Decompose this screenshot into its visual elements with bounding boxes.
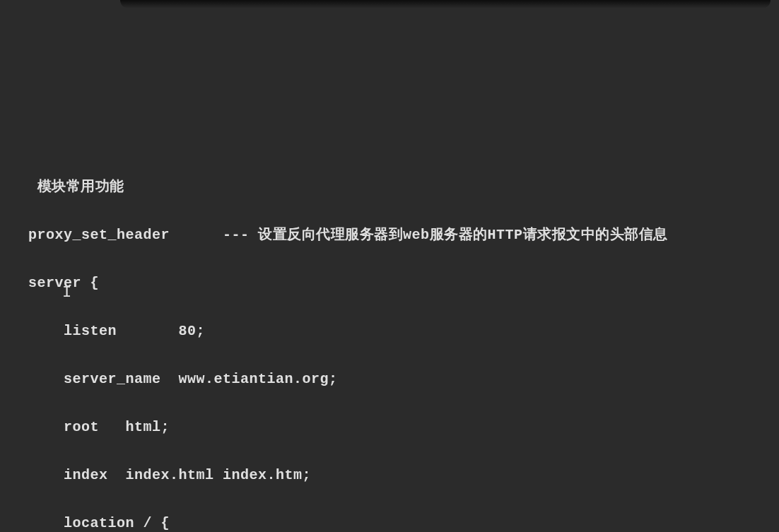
terminal-editor-area[interactable]: 模块常用功能 proxy_set_header --- 设置反向代理服务器到we… bbox=[0, 151, 779, 532]
code-line-server1-index: index index.html index.htm; bbox=[28, 463, 779, 487]
code-line-server1-open: server { bbox=[28, 271, 779, 295]
window-top-shadow bbox=[120, 0, 771, 8]
code-line-server1-server-name: server_name www.etiantian.org; bbox=[28, 367, 779, 391]
code-line-title: 模块常用功能 bbox=[28, 175, 779, 199]
code-line-server1-listen: listen 80; bbox=[28, 319, 779, 343]
code-line-directive-comment: proxy_set_header --- 设置反向代理服务器到web服务器的HT… bbox=[28, 223, 779, 247]
code-line-server1-location-open: location / { bbox=[28, 512, 779, 532]
code-line-server1-root: root html; bbox=[28, 415, 779, 439]
text-cursor-icon: I bbox=[62, 280, 72, 306]
